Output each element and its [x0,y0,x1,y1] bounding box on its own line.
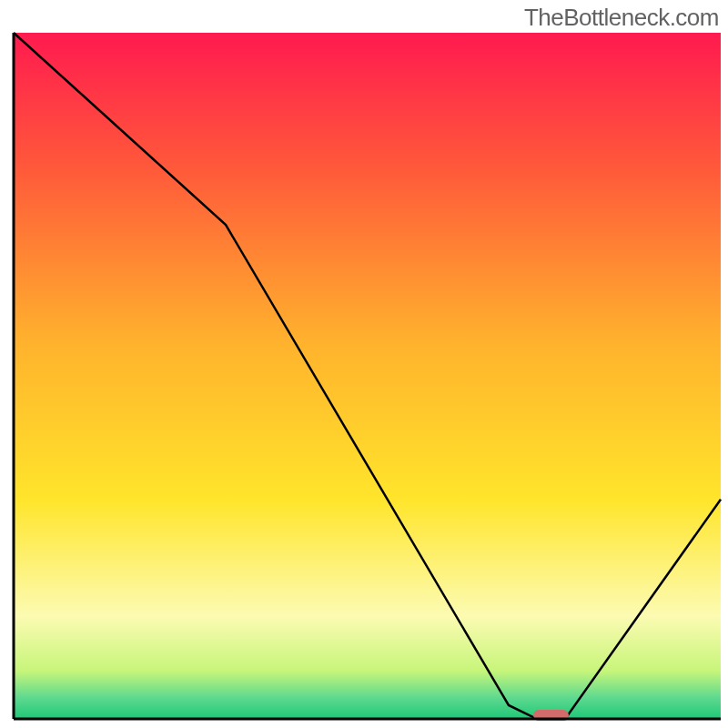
watermark-text: TheBottleneck.com [524,4,719,32]
chart-container: TheBottleneck.com [0,0,728,728]
plot-background [14,33,721,719]
bottleneck-plot [0,0,728,728]
